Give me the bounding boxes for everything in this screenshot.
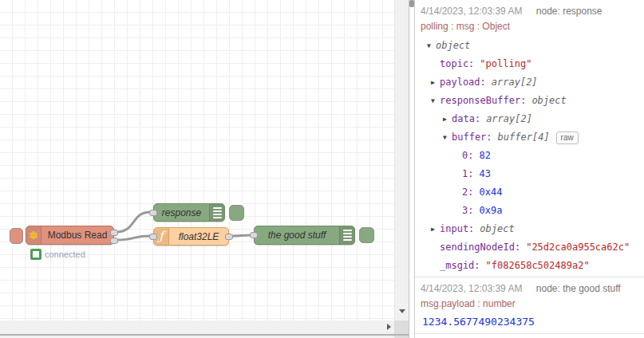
debug-message-path: msg.payload : number: [421, 296, 638, 312]
scroll-right-arrow-icon[interactable]: [387, 324, 391, 330]
canvas-horizontal-scrollbar[interactable]: [0, 320, 394, 334]
output-port-2[interactable]: [110, 238, 118, 244]
wire-layer: [0, 0, 394, 320]
tree-row: ▶ payload: array[2]: [421, 73, 638, 92]
tree-row: _msgid: "f082658c502489a2": [421, 257, 638, 275]
debug-list-icon: [209, 204, 224, 221]
tree-row: sendingNodeId: "25d2ca0a955ca62c": [421, 238, 638, 257]
debug-object-tree: ▼ object topic: "polling" ▶ payload: arr…: [421, 37, 638, 275]
debug-toggle-button[interactable]: [229, 205, 244, 221]
tree-expand-icon[interactable]: ▼: [431, 92, 440, 110]
tree-expand-icon[interactable]: ▶: [443, 110, 452, 128]
debug-message-path: polling : msg : Object: [421, 18, 638, 35]
node-goodstuff-debug[interactable]: the good stuff: [254, 226, 355, 245]
debug-message[interactable]: 4/14/2023, 12:03:39 AM node: the good st…: [415, 277, 644, 334]
node-red-window: ✱ Modbus Read connected response ƒ floa: [0, 0, 644, 338]
output-port[interactable]: [225, 234, 233, 240]
debug-list-icon: [339, 226, 354, 244]
node-modbus-read[interactable]: ✱ Modbus Read connected: [26, 226, 114, 245]
debug-sidebar[interactable]: 4/14/2023, 12:03:39 AM node: response po…: [415, 0, 644, 338]
splitter-grip[interactable]: [409, 0, 414, 7]
node-label: Modbus Read: [41, 226, 113, 244]
tree-row: ▼ buffer: buffer[4] raw: [421, 128, 638, 147]
node-label: float32LE: [169, 228, 228, 245]
tree-expand-icon[interactable]: ▼: [427, 37, 436, 55]
tree-expand-icon[interactable]: ▶: [431, 220, 440, 238]
node-response-debug[interactable]: response: [153, 203, 225, 222]
debug-message-meta: 4/14/2023, 12:03:39 AM node: response: [421, 4, 638, 18]
tree-row: topic: "polling": [421, 55, 638, 73]
modbus-node-button[interactable]: [10, 228, 23, 244]
tree-row: 3: 0x9a: [421, 202, 638, 220]
status-label: connected: [45, 250, 85, 259]
canvas-vertical-scrollbar[interactable]: [394, 0, 409, 320]
node-label: the good stuff: [255, 226, 339, 244]
debug-message[interactable]: 4/14/2023, 12:03:39 AM node: response po…: [415, 0, 644, 277]
node-float32le-function[interactable]: ƒ float32LE: [153, 227, 229, 246]
debug-message-meta: 4/14/2023, 12:03:39 AM node: the good st…: [421, 281, 638, 296]
input-port[interactable]: [149, 234, 157, 240]
input-port[interactable]: [149, 210, 157, 216]
node-status: connected: [30, 249, 85, 260]
tree-row: ▶ input: object: [421, 220, 638, 238]
debug-source-node[interactable]: node: the good stuff: [536, 283, 621, 294]
wire-modbus-to-float32le[interactable]: [117, 236, 150, 240]
tree-expand-icon[interactable]: ▶: [431, 73, 440, 92]
wire-float32le-to-goodstuff[interactable]: [233, 235, 251, 236]
input-port[interactable]: [250, 232, 258, 238]
tree-row: 2: 0x44: [421, 183, 638, 202]
tree-row: ▶ data: array[2]: [421, 110, 638, 128]
debug-timestamp: 4/14/2023, 12:03:39 AM: [421, 6, 522, 17]
tree-row: ▼ object: [421, 37, 638, 55]
tree-expand-icon[interactable]: ▼: [443, 128, 452, 147]
debug-payload-value: 1234.5677490234375: [421, 312, 638, 332]
flow-canvas[interactable]: ✱ Modbus Read connected response ƒ floa: [0, 0, 394, 320]
scroll-down-arrow-icon[interactable]: [399, 309, 405, 313]
output-port-1[interactable]: [110, 230, 118, 236]
tree-row: 1: 43: [421, 165, 638, 183]
status-ring-icon: [30, 249, 41, 260]
tree-row: 0: 82: [421, 147, 638, 165]
debug-toggle-button[interactable]: [359, 227, 374, 243]
wire-modbus-to-response[interactable]: [117, 212, 150, 232]
modbus-icon: ✱: [26, 226, 41, 244]
debug-source-node[interactable]: node: response: [536, 6, 603, 17]
sidebar-splitter[interactable]: [409, 0, 415, 338]
tree-row: ▼ responseBuffer: object: [421, 92, 638, 110]
node-label: response: [154, 204, 209, 221]
debug-timestamp: 4/14/2023, 12:03:39 AM: [421, 283, 522, 294]
raw-button[interactable]: raw: [556, 132, 579, 144]
